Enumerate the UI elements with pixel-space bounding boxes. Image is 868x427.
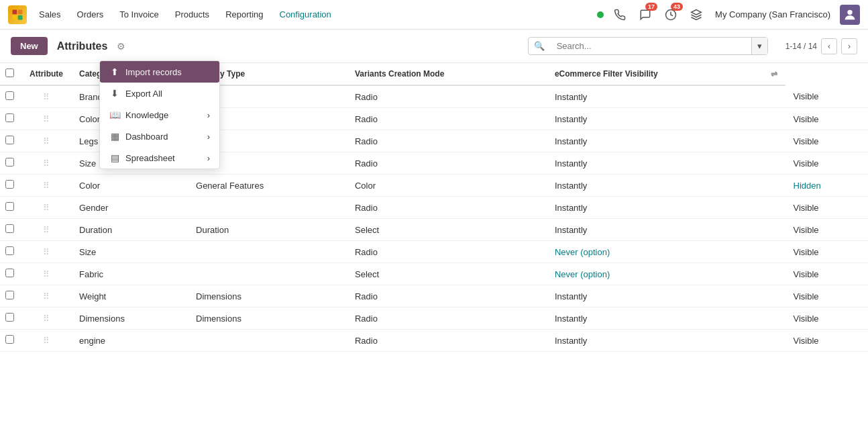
- cell-display-type: Radio: [347, 241, 547, 263]
- phone-icon-btn[interactable]: [610, 5, 629, 24]
- cell-display-type: Color: [347, 175, 547, 197]
- pagination-next[interactable]: ›: [841, 38, 857, 54]
- cell-filter-visibility: Visible: [785, 263, 868, 285]
- settings-gear-icon[interactable]: ⚙: [117, 41, 125, 52]
- nav-reporting[interactable]: Reporting: [219, 7, 270, 22]
- cell-filter-visibility: Visible: [785, 330, 868, 352]
- table-row: ⠿ engine Radio Instantly Visible: [0, 330, 868, 352]
- drag-handle[interactable]: ⠿: [21, 307, 71, 330]
- cell-variants-mode: Instantly: [547, 197, 785, 219]
- drag-handle[interactable]: ⠿: [21, 241, 71, 263]
- nav-orders[interactable]: Orders: [70, 7, 111, 22]
- cell-display-type: Radio: [347, 85, 547, 108]
- drag-handle[interactable]: ⠿: [21, 130, 71, 152]
- nav-sales[interactable]: Sales: [32, 7, 68, 22]
- drag-handle[interactable]: ⠿: [21, 219, 71, 241]
- row-checkbox[interactable]: [5, 291, 14, 299]
- row-checkbox[interactable]: [5, 180, 14, 189]
- cell-attribute: Gender: [71, 197, 188, 219]
- drag-handle[interactable]: ⠿: [21, 263, 71, 285]
- drag-handle[interactable]: ⠿: [21, 285, 71, 307]
- nav-products[interactable]: Products: [168, 7, 216, 22]
- status-indicator: [597, 11, 604, 18]
- svg-rect-1: [18, 9, 23, 14]
- dropdown-item-export-all[interactable]: ⬇Export All: [100, 83, 219, 104]
- col-attribute: Attribute: [21, 63, 71, 85]
- row-checkbox[interactable]: [5, 113, 14, 122]
- cell-filter-visibility: Visible: [785, 307, 868, 330]
- row-checkbox[interactable]: [5, 158, 14, 167]
- cell-filter-visibility: Visible: [785, 241, 868, 263]
- row-checkbox[interactable]: [5, 224, 14, 233]
- nav-to-invoice[interactable]: To Invoice: [113, 7, 166, 22]
- app-logo[interactable]: [8, 5, 27, 24]
- dropdown-item-label: Export All: [125, 89, 162, 99]
- cell-variants-mode: Instantly: [547, 108, 785, 130]
- page-title: Attributes: [57, 40, 108, 52]
- row-checkbox[interactable]: [5, 335, 14, 344]
- new-button[interactable]: New: [11, 37, 48, 55]
- row-checkbox[interactable]: [5, 202, 14, 211]
- column-filter-icon[interactable]: ⇌: [771, 69, 777, 79]
- cell-display-type: Radio: [347, 307, 547, 330]
- knowledge-icon: 📖: [109, 109, 120, 120]
- cell-variants-mode: Instantly: [547, 175, 785, 197]
- dropdown-item-label: Spreadsheet: [125, 153, 175, 163]
- row-checkbox[interactable]: [5, 313, 14, 322]
- submenu-arrow: ›: [207, 153, 210, 163]
- cell-variants-mode: Instantly: [547, 85, 785, 108]
- cell-display-type: Radio: [347, 330, 547, 352]
- drag-handle[interactable]: ⠿: [21, 152, 71, 175]
- drag-handle[interactable]: ⠿: [21, 175, 71, 197]
- search-icon: 🔍: [529, 41, 550, 51]
- dropdown-item-knowledge[interactable]: 📖Knowledge›: [100, 104, 219, 126]
- cell-attribute: Weight: [71, 285, 188, 307]
- cell-attribute: Duration: [71, 219, 188, 241]
- cell-variants-mode: Instantly: [547, 130, 785, 152]
- cell-category: [188, 241, 347, 263]
- submenu-arrow: ›: [207, 110, 210, 120]
- select-all-checkbox[interactable]: [5, 68, 14, 77]
- cell-filter-visibility: Hidden: [785, 175, 868, 197]
- table-row: ⠿ Duration Duration Select Instantly Vis…: [0, 219, 868, 241]
- search-input[interactable]: [550, 38, 751, 54]
- messages-badge: 17: [645, 3, 657, 11]
- row-checkbox[interactable]: [5, 136, 14, 144]
- cell-category: [188, 263, 347, 285]
- cell-display-type: Select: [347, 263, 547, 285]
- cell-filter-visibility: Visible: [785, 285, 868, 307]
- svg-point-5: [847, 9, 852, 14]
- table-row: ⠿ Weight Dimensions Radio Instantly Visi…: [0, 285, 868, 307]
- settings-icon-btn[interactable]: [687, 5, 706, 24]
- cell-filter-visibility: Visible: [785, 130, 868, 152]
- drag-handle[interactable]: ⠿: [21, 108, 71, 130]
- cell-attribute: Color: [71, 175, 188, 197]
- export-icon: ⬇: [109, 88, 120, 99]
- dropdown-item-spreadsheet[interactable]: ▤Spreadsheet›: [100, 147, 219, 169]
- pagination-text: 1-14 / 14: [785, 42, 817, 51]
- activity-icon-btn[interactable]: 43: [661, 5, 680, 24]
- nav-configuration[interactable]: Configuration: [273, 7, 338, 22]
- drag-handle[interactable]: ⠿: [21, 197, 71, 219]
- search-dropdown-button[interactable]: ▾: [751, 38, 767, 54]
- cell-category: [188, 330, 347, 352]
- drag-handle[interactable]: ⠿: [21, 330, 71, 352]
- cell-variants-mode: Instantly: [547, 307, 785, 330]
- drag-handle[interactable]: ⠿: [21, 85, 71, 108]
- pagination-prev[interactable]: ‹: [821, 38, 837, 54]
- svg-rect-0: [13, 9, 17, 14]
- row-checkbox[interactable]: [5, 91, 14, 100]
- row-checkbox[interactable]: [5, 246, 14, 255]
- row-checkbox[interactable]: [5, 269, 14, 277]
- dashboard-icon: ▦: [109, 131, 120, 142]
- dropdown-item-dashboard[interactable]: ▦Dashboard›: [100, 126, 219, 147]
- col-filter-visibility: eCommerce Filter Visibility ⇌: [547, 63, 785, 85]
- cell-display-type: Radio: [347, 108, 547, 130]
- dropdown-item-import-records[interactable]: ⬆Import records: [100, 61, 219, 83]
- dropdown-menu: ⬆Import records⬇Export All📖Knowledge›▦Da…: [99, 60, 220, 169]
- cell-display-type: Radio: [347, 130, 547, 152]
- spreadsheet-icon: ▤: [109, 152, 120, 163]
- user-avatar[interactable]: [840, 5, 860, 25]
- messages-icon-btn[interactable]: 17: [636, 5, 655, 24]
- submenu-arrow: ›: [207, 132, 210, 142]
